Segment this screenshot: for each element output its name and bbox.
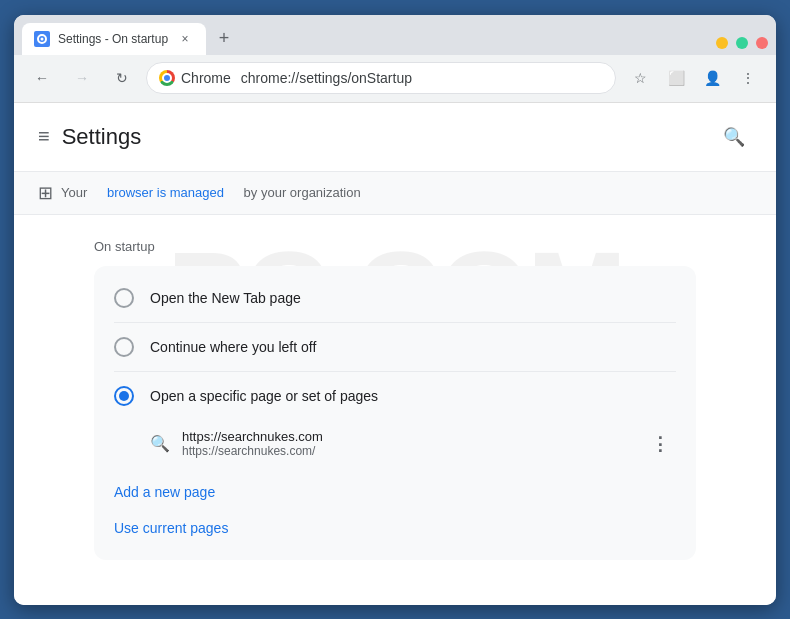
url-texts: https://searchnukes.com https://searchnu…	[182, 429, 632, 458]
option-new-tab-label: Open the New Tab page	[150, 290, 301, 306]
url-entry-area: 🔍 https://searchnukes.com https://search…	[94, 420, 696, 468]
new-tab-button[interactable]: +	[210, 25, 238, 53]
radio-specific[interactable]	[114, 386, 134, 406]
tab-bar: Settings - On startup × +	[22, 23, 716, 55]
option-specific-label: Open a specific page or set of pages	[150, 388, 378, 404]
tab-title: Settings - On startup	[58, 32, 168, 46]
option-continue[interactable]: Continue where you left off	[94, 323, 696, 371]
content-area: PC.COM On startup Open the New Tab page …	[14, 215, 776, 584]
settings-page: ≡ Settings 🔍 ⊞ Your browser is managed b…	[14, 103, 776, 605]
add-new-page-link[interactable]: Add a new page	[114, 476, 676, 508]
options-card: Open the New Tab page Continue where you…	[94, 266, 696, 560]
url-menu-button[interactable]: ⋮	[644, 428, 676, 460]
bookmark-button[interactable]: ☆	[624, 62, 656, 94]
option-new-tab[interactable]: Open the New Tab page	[94, 274, 696, 322]
browser-window: Settings - On startup × + − □ × ← → ↻ Ch…	[14, 15, 776, 605]
tab-close-button[interactable]: ×	[176, 30, 194, 48]
title-bar: Settings - On startup × + − □ ×	[14, 15, 776, 55]
url-search-icon: 🔍	[150, 434, 170, 453]
active-tab: Settings - On startup ×	[22, 23, 206, 55]
use-current-pages-link[interactable]: Use current pages	[114, 512, 676, 544]
address-chrome-label: Chrome	[181, 70, 231, 86]
profile-button[interactable]: 👤	[696, 62, 728, 94]
window-controls: − □ ×	[716, 37, 768, 49]
option-specific[interactable]: Open a specific page or set of pages	[94, 372, 696, 420]
maximize-button[interactable]: □	[736, 37, 748, 49]
chrome-logo	[159, 70, 175, 86]
settings-header: ≡ Settings 🔍	[14, 103, 776, 172]
menu-button[interactable]: ⋮	[732, 62, 764, 94]
managed-link[interactable]: browser is managed	[107, 185, 224, 200]
radio-new-tab[interactable]	[114, 288, 134, 308]
url-primary: https://searchnukes.com	[182, 429, 632, 444]
back-button[interactable]: ←	[26, 62, 58, 94]
managed-text-after: by your organization	[244, 185, 361, 200]
forward-button[interactable]: →	[66, 62, 98, 94]
section-label: On startup	[94, 239, 696, 254]
svg-point-1	[41, 37, 44, 40]
settings-page-title: Settings	[62, 124, 142, 150]
settings-title-area: ≡ Settings	[38, 124, 141, 150]
managed-icon: ⊞	[38, 182, 53, 204]
address-bar[interactable]: Chrome chrome://settings/onStartup	[146, 62, 616, 94]
tab-favicon	[34, 31, 50, 47]
reload-button[interactable]: ↻	[106, 62, 138, 94]
managed-text-before: Your	[61, 185, 87, 200]
nav-icons: ☆ ⬜ 👤 ⋮	[624, 62, 764, 94]
managed-banner: ⊞ Your browser is managed by your organi…	[14, 172, 776, 215]
close-button[interactable]: ×	[756, 37, 768, 49]
hamburger-menu-icon[interactable]: ≡	[38, 125, 50, 148]
extension-button[interactable]: ⬜	[660, 62, 692, 94]
radio-continue[interactable]	[114, 337, 134, 357]
address-url: chrome://settings/onStartup	[241, 70, 412, 86]
option-continue-label: Continue where you left off	[150, 339, 316, 355]
settings-search-button[interactable]: 🔍	[716, 119, 752, 155]
nav-bar: ← → ↻ Chrome chrome://settings/onStartup…	[14, 55, 776, 103]
minimize-button[interactable]: −	[716, 37, 728, 49]
link-actions: Add a new page Use current pages	[94, 468, 696, 552]
url-secondary: https://searchnukes.com/	[182, 444, 632, 458]
radio-inner-dot	[119, 391, 129, 401]
